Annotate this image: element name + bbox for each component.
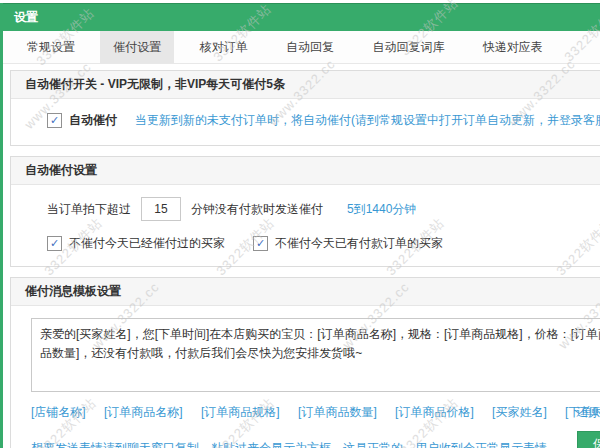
settings-tab-bar: 常规设置 催付设置 核对订单 自动回复 自动回复词库 快递对应表 (3, 31, 600, 64)
template-message-textarea[interactable]: 亲爱的[买家姓名]，您[下单时间]在本店购买的宝贝：[订单商品名称]，规格：[订… (31, 318, 600, 392)
skip-paid-buyers-checkbox[interactable]: ✓ (253, 236, 268, 251)
title-bar: 设置 (0, 3, 600, 31)
tag-order-item-quantity[interactable]: [订单商品数量] (298, 405, 377, 419)
auto-urge-checkbox-label[interactable]: 自动催付 (69, 112, 117, 129)
skip-already-urged-label[interactable]: 不催付今天已经催付过的买家 (69, 235, 225, 252)
settings-window: 设置 常规设置 催付设置 核对订单 自动回复 自动回复词库 快递对应表 自动催付… (0, 0, 600, 448)
panel-auto-urge-settings: 自动催付设置 当订单拍下超过 分钟没有付款时发送催付 5到1440分钟 ✓ 不催… (10, 156, 600, 267)
tag-shop-name[interactable]: [店铺名称] (31, 405, 86, 419)
tab-check-orders[interactable]: 核对订单 (187, 31, 261, 63)
auto-urge-checkbox[interactable]: ✓ (47, 113, 62, 128)
panel-message-template-header: 催付消息模板设置 (11, 278, 600, 306)
restore-default-link[interactable]: 还原为默认 (576, 404, 600, 421)
panel-auto-urge-settings-header: 自动催付设置 (11, 157, 600, 185)
template-variable-tags: [店铺名称] [订单商品名称] [订单商品规格] [订单商品数量] [订单商品价… (31, 404, 600, 420)
settings-content: 自动催付开关 - VIP无限制，非VIP每天可催付5条 ✓ 自动催付 当更新到新… (3, 64, 600, 448)
tab-auto-reply[interactable]: 自动回复 (273, 31, 347, 63)
delay-minutes-input[interactable] (141, 197, 181, 221)
tag-order-item-name[interactable]: [订单商品名称] (104, 405, 183, 419)
tab-auto-reply-thesaurus[interactable]: 自动回复词库 (359, 31, 457, 63)
tab-urge-payment-settings[interactable]: 催付设置 (100, 31, 174, 63)
delay-suffix-label: 分钟没有付款时发送催付 (191, 201, 323, 218)
skip-already-urged-checkbox[interactable]: ✓ (47, 236, 62, 251)
delay-range-hint: 5到1440分钟 (347, 201, 416, 218)
emoji-paste-note: 想要发送表情请到聊天窗口复制，粘贴过来会显示为方框，这是正常的，用户收到会正常显… (31, 441, 547, 448)
panel-message-template: 催付消息模板设置 亲爱的[买家姓名]，您[下单时间]在本店购买的宝贝：[订单商品… (10, 277, 600, 448)
tag-order-item-spec[interactable]: [订单商品规格] (201, 405, 280, 419)
tag-buyer-name[interactable]: [买家姓名] (492, 405, 547, 419)
auto-urge-hint-text: 当更新到新的未支付订单时，将自动催付(请到常规设置中打开订单自动更新，并登录客服… (135, 112, 600, 129)
save-button[interactable]: 保存 (577, 431, 600, 448)
tab-general-settings[interactable]: 常规设置 (14, 31, 88, 63)
tab-express-mapping[interactable]: 快递对应表 (470, 31, 556, 63)
skip-paid-buyers-label[interactable]: 不催付今天已有付款订单的买家 (275, 235, 443, 252)
window-left-border (0, 3, 3, 448)
panel-auto-urge-switch: 自动催付开关 - VIP无限制，非VIP每天可催付5条 ✓ 自动催付 当更新到新… (10, 70, 600, 146)
window-title: 设置 (0, 4, 38, 30)
panel-auto-urge-switch-header: 自动催付开关 - VIP无限制，非VIP每天可催付5条 (11, 71, 600, 99)
delay-prefix-label: 当订单拍下超过 (47, 201, 131, 218)
tag-order-item-price[interactable]: [订单商品价格] (395, 405, 474, 419)
